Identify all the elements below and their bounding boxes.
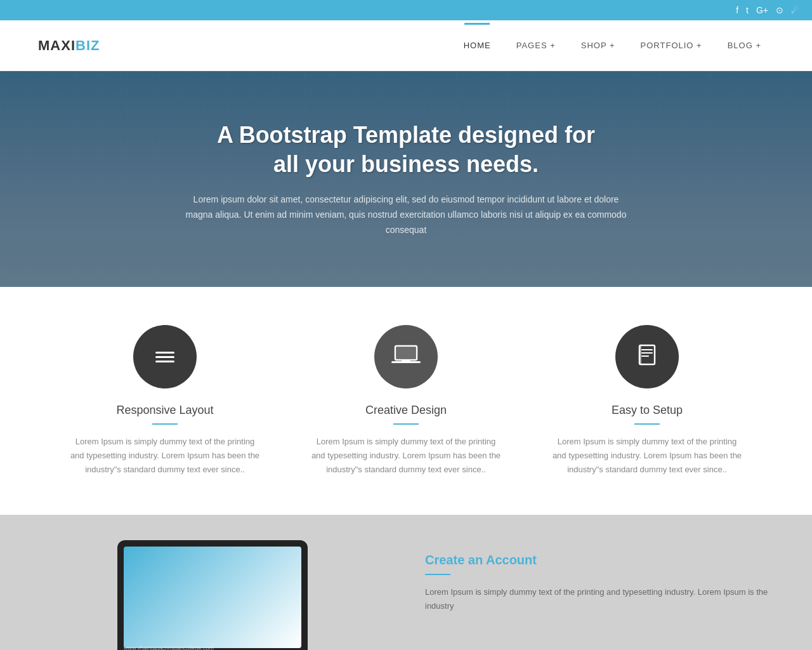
logo[interactable]: MAXIBIZ bbox=[38, 37, 100, 54]
feature-creative-divider bbox=[393, 423, 419, 425]
nav-pages[interactable]: PAGES + bbox=[504, 23, 568, 68]
feature-responsive-title: Responsive Layout bbox=[70, 404, 260, 417]
hero-title: A Bootstrap Template designed forall you… bbox=[184, 121, 628, 180]
bottom-section: www.vhaintagachristiancollege.com Create… bbox=[0, 515, 812, 650]
book-icon bbox=[635, 343, 659, 371]
hamburger-icon bbox=[155, 352, 174, 362]
rss-icon[interactable]: ☄ bbox=[791, 5, 799, 15]
bottom-right-desc: Lorem Ipsum is simply dummy text of the … bbox=[425, 585, 774, 613]
feature-creative-icon-wrap bbox=[374, 325, 438, 388]
feature-responsive-desc: Lorem Ipsum is simply dummy text of the … bbox=[70, 435, 260, 477]
logo-biz: BIZ bbox=[75, 37, 100, 53]
feature-setup: Easy to Setup Lorem Ipsum is simply dumm… bbox=[527, 325, 768, 477]
nav-shop[interactable]: SHOP + bbox=[568, 23, 628, 68]
bottom-right-title: Create an Account bbox=[425, 553, 774, 567]
feature-responsive: Responsive Layout Lorem Ipsum is simply … bbox=[44, 325, 285, 477]
feature-creative-title: Creative Design bbox=[311, 404, 501, 417]
top-bar: f t G+ ⊙ ☄ bbox=[0, 0, 812, 20]
bottom-left: www.vhaintagachristiancollege.com bbox=[38, 540, 387, 650]
header: MAXIBIZ HOME PAGES + SHOP + PORTFOLIO + … bbox=[0, 20, 812, 71]
feature-setup-title: Easy to Setup bbox=[552, 404, 742, 417]
feature-creative-desc: Lorem Ipsum is simply dummy text of the … bbox=[311, 435, 501, 477]
nav-blog[interactable]: BLOG + bbox=[715, 23, 774, 68]
hero-content: A Bootstrap Template designed forall you… bbox=[82, 121, 730, 238]
tablet-screen bbox=[124, 547, 301, 648]
hero-description: Lorem ipsum dolor sit amet, consectetur … bbox=[184, 192, 628, 237]
svg-rect-4 bbox=[639, 345, 655, 364]
bottom-right: Create an Account Lorem Ipsum is simply … bbox=[425, 540, 774, 613]
nav-portfolio[interactable]: PORTFOLIO + bbox=[628, 23, 715, 68]
svg-rect-6 bbox=[641, 352, 653, 354]
feature-setup-icon-wrap bbox=[615, 325, 679, 388]
feature-creative: Creative Design Lorem Ipsum is simply du… bbox=[285, 325, 527, 477]
feature-setup-divider bbox=[634, 423, 660, 425]
logo-maxi: MAXI bbox=[38, 37, 75, 53]
googleplus-icon[interactable]: G+ bbox=[756, 5, 768, 15]
svg-rect-8 bbox=[639, 345, 641, 364]
features-section: Responsive Layout Lorem Ipsum is simply … bbox=[0, 287, 812, 515]
hero-section: A Bootstrap Template designed forall you… bbox=[0, 71, 812, 287]
svg-rect-1 bbox=[396, 347, 416, 359]
bottom-right-divider bbox=[425, 574, 450, 575]
facebook-icon[interactable]: f bbox=[736, 5, 738, 15]
dribbble-icon[interactable]: ⊙ bbox=[776, 5, 783, 15]
nav-home[interactable]: HOME bbox=[451, 23, 504, 68]
main-nav: HOME PAGES + SHOP + PORTFOLIO + BLOG + bbox=[451, 23, 774, 68]
laptop-icon bbox=[391, 343, 421, 370]
feature-setup-desc: Lorem Ipsum is simply dummy text of the … bbox=[552, 435, 742, 477]
svg-rect-5 bbox=[641, 349, 653, 350]
svg-rect-7 bbox=[641, 355, 649, 357]
twitter-icon[interactable]: t bbox=[746, 5, 749, 15]
feature-responsive-icon-wrap bbox=[133, 325, 197, 388]
svg-rect-3 bbox=[402, 361, 410, 362]
watermark-text: www.vhaintagachristiancollege.com bbox=[124, 645, 214, 650]
tablet-mockup: www.vhaintagachristiancollege.com bbox=[117, 540, 308, 650]
feature-responsive-divider bbox=[152, 423, 178, 425]
